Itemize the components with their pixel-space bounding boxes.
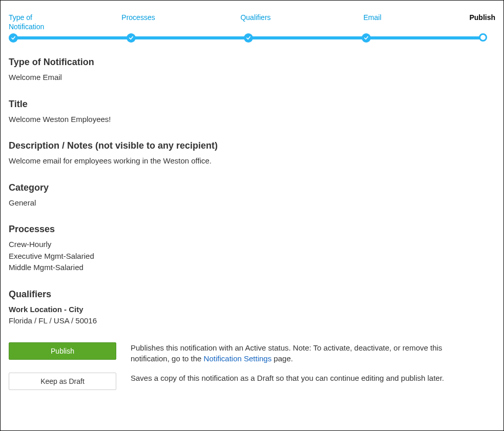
- title-heading: Title: [9, 99, 495, 110]
- draft-row: Keep as Draft Saves a copy of this notif…: [9, 373, 495, 390]
- step-node-qualifiers[interactable]: [244, 33, 253, 43]
- process-item-1: Executive Mgmt-Salaried: [9, 251, 495, 262]
- step-label-qualifiers[interactable]: Qualifiers: [230, 13, 281, 22]
- type-heading: Type of Notification: [9, 57, 495, 68]
- stepper-labels: Type of Notification Processes Qualifier…: [9, 13, 495, 33]
- step-label-type[interactable]: Type of Notification: [9, 13, 60, 31]
- publish-row: Publish Publishes this notification with…: [9, 342, 495, 365]
- section-type: Type of Notification Welcome Email: [9, 57, 495, 84]
- draft-description: Saves a copy of this notification as a D…: [131, 373, 444, 384]
- wizard-stepper: Type of Notification Processes Qualifier…: [9, 13, 495, 33]
- check-icon: [246, 36, 250, 40]
- page-container: Type of Notification Processes Qualifier…: [0, 0, 504, 431]
- step-node-type[interactable]: [9, 33, 18, 43]
- section-qualifiers: Qualifiers Work Location - City Florida …: [9, 289, 495, 327]
- type-value: Welcome Email: [9, 72, 495, 84]
- category-heading: Category: [9, 182, 495, 193]
- section-title: Title Welcome Weston Employees!: [9, 99, 495, 126]
- check-icon: [129, 36, 133, 40]
- stepper-nodes: [9, 33, 487, 43]
- title-value: Welcome Weston Employees!: [9, 114, 495, 126]
- desc-heading: Description / Notes (not visible to any …: [9, 140, 495, 151]
- qualifiers-heading: Qualifiers: [9, 289, 495, 300]
- step-label-publish[interactable]: Publish: [454, 13, 495, 22]
- section-description: Description / Notes (not visible to any …: [9, 140, 495, 167]
- process-item-0: Crew-Hourly: [9, 239, 495, 251]
- qualifiers-value: Florida / FL / USA / 50016: [9, 315, 495, 327]
- step-node-email[interactable]: [362, 33, 371, 43]
- category-value: General: [9, 197, 495, 209]
- step-label-email[interactable]: Email: [347, 13, 398, 22]
- publish-button[interactable]: Publish: [9, 342, 116, 360]
- step-node-processes[interactable]: [127, 33, 136, 43]
- check-icon: [11, 36, 15, 40]
- actions-area: Publish Publishes this notification with…: [9, 342, 495, 391]
- qualifiers-subheading: Work Location - City: [9, 304, 495, 316]
- processes-heading: Processes: [9, 224, 495, 235]
- check-icon: [364, 36, 368, 40]
- keep-as-draft-button[interactable]: Keep as Draft: [9, 373, 116, 390]
- section-category: Category General: [9, 182, 495, 209]
- notification-settings-link[interactable]: Notification Settings: [204, 354, 272, 363]
- step-node-publish[interactable]: [479, 33, 487, 42]
- publish-desc-post: page.: [271, 354, 293, 363]
- step-label-processes[interactable]: Processes: [113, 13, 164, 22]
- publish-description: Publishes this notification with an Acti…: [131, 342, 458, 365]
- process-item-2: Middle Mgmt-Salaried: [9, 262, 495, 274]
- desc-value: Welcome email for employees working in t…: [9, 155, 495, 167]
- section-processes: Processes Crew-Hourly Executive Mgmt-Sal…: [9, 224, 495, 274]
